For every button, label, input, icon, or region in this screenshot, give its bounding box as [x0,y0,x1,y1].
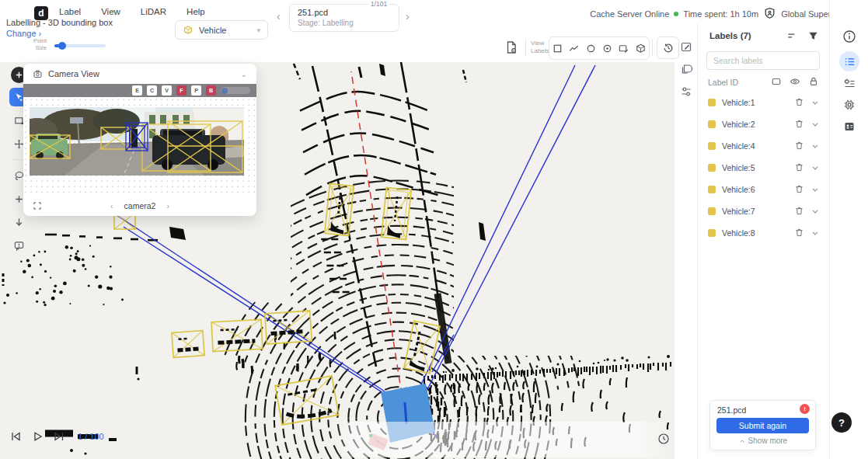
playback-controls: 1 / 100 [9,430,104,443]
time-spent: Time spent: 1h 10m [683,9,758,19]
label-id-column-header: Label ID [708,78,738,87]
label-row[interactable]: Vehicle:8 [702,222,825,243]
camera-btn-b[interactable]: B [206,85,216,96]
id-badge-tab[interactable] [843,120,856,133]
camera-opacity-slider[interactable] [221,87,250,94]
label-row[interactable]: Vehicle:1 [702,92,825,113]
menu-lidar[interactable]: LiDAR [141,7,166,16]
tag-icon[interactable] [771,76,782,87]
frame-position: 1 / 100 [78,432,104,441]
camera-name: camera2 [124,201,156,210]
lidar-labeling-app: d Label View LiDAR Help ‹ 251.pcd Stage:… [0,0,868,459]
new-annotation-file-button[interactable] [501,37,521,57]
view-labels-label: ViewLabels [531,40,549,54]
edit-icon[interactable] [680,40,692,53]
toolbar-divider [525,39,526,56]
trash-icon[interactable] [794,184,804,194]
label-row[interactable]: Vehicle:2 [702,113,825,134]
filter-icon[interactable] [807,30,819,42]
label-class-dropdown[interactable]: Vehicle ▾ [175,20,268,40]
trash-icon[interactable] [794,97,804,107]
drop-to-ground-tool-button[interactable] [9,213,28,231]
info-icon[interactable] [842,30,856,43]
submit-card: 251.pcd ! Submit again Show more [709,400,816,450]
collapse-chevron-icon[interactable]: ⌄ [241,70,247,78]
right-icon-rail [829,0,868,459]
trash-icon[interactable] [794,119,804,129]
label-settings-tab[interactable] [843,78,856,90]
vehicle-bbox[interactable] [382,188,412,240]
frame-card[interactable]: 251.pcd Stage: Labelling [289,4,399,32]
chevron-down-icon[interactable] [810,207,820,216]
lock-icon[interactable] [808,76,819,87]
label-row[interactable]: Vehicle:6 [702,179,825,200]
trash-icon[interactable] [794,162,804,172]
label-name: Vehicle:4 [722,141,788,151]
search-labels-input[interactable] [706,51,820,70]
play-button[interactable] [31,430,44,443]
image-annotate-tool-icon[interactable] [615,38,632,58]
camera-panel-footer: ‹ camera2 › [23,196,256,216]
camera-btn-c[interactable]: C [147,85,157,96]
prev-camera-arrow[interactable]: ‹ [110,201,113,210]
skip-end-button[interactable] [53,430,65,443]
chevron-down-icon[interactable] [810,141,820,151]
camera-btn-e[interactable]: E [132,85,142,96]
settings-sliders-icon[interactable] [680,85,692,98]
camera-switcher: ‹ camera2 › [110,201,169,210]
camera-street-image [30,107,244,176]
camera-view-panel[interactable]: Camera View ⌄ E C V F P B [23,64,256,216]
label-list-actions [771,76,819,87]
point-size-label: PointSize [28,37,47,51]
chevron-down-icon[interactable] [810,98,820,107]
label-row[interactable]: Vehicle:5 [702,157,825,178]
chevron-down-icon[interactable] [810,185,820,194]
labels-list-tab[interactable] [839,51,859,71]
camera-panel-header: Camera View ⌄ [23,64,256,84]
eye-icon[interactable] [790,76,800,87]
polyline-tool-icon[interactable] [566,38,582,58]
trash-icon[interactable] [794,141,804,151]
label-name: Vehicle:1 [722,98,788,107]
camera-btn-f[interactable]: F [176,85,186,96]
fullscreen-icon[interactable] [33,201,42,210]
point-size-slider-knob[interactable] [58,42,66,50]
clock-icon[interactable] [657,433,670,448]
lidar-canvas[interactable]: Camera View ⌄ E C V F P B [0,62,675,459]
label-row[interactable]: Vehicle:7 [702,200,825,221]
point-tool-icon[interactable] [599,38,615,58]
label-color-swatch [708,142,716,150]
help-button[interactable]: ? [831,412,852,433]
chevron-down-icon[interactable] [810,163,820,172]
label-name: Vehicle:5 [722,163,788,172]
chip-automation-tab[interactable] [843,99,856,111]
trash-icon[interactable] [794,206,804,216]
submit-again-button[interactable]: Submit again [716,418,809,433]
rectangle-tool-icon[interactable] [549,38,566,58]
label-color-swatch [708,207,716,215]
menu-view[interactable]: View [101,7,120,16]
skip-start-button[interactable] [9,430,22,443]
next-camera-arrow[interactable]: › [166,201,169,210]
cuboid-tool-icon[interactable] [633,38,649,58]
menu-help[interactable]: Help [186,7,205,16]
circle-tool-icon[interactable] [583,38,599,58]
chevron-down-icon[interactable] [810,228,820,238]
show-more-link[interactable]: Show more [710,436,815,445]
copy-icon[interactable] [680,63,692,75]
camera-btn-v[interactable]: V [162,85,172,96]
label-row[interactable]: Vehicle:4 [702,135,825,156]
trash-icon[interactable] [794,228,804,238]
issue-comment-tool-button[interactable] [9,236,28,255]
shape-tool-group [549,37,650,60]
history-button[interactable] [657,37,679,59]
sort-icon[interactable] [786,30,798,42]
label-name: Vehicle:7 [722,207,788,216]
camera-btn-p[interactable]: P [191,85,201,96]
prev-frame-arrow[interactable]: ‹ [277,10,281,23]
next-frame-arrow[interactable]: › [406,10,410,23]
menu-label[interactable]: Label [59,7,81,16]
label-color-swatch [708,99,716,106]
timeline-bar [334,422,668,457]
chevron-down-icon[interactable] [810,120,820,129]
